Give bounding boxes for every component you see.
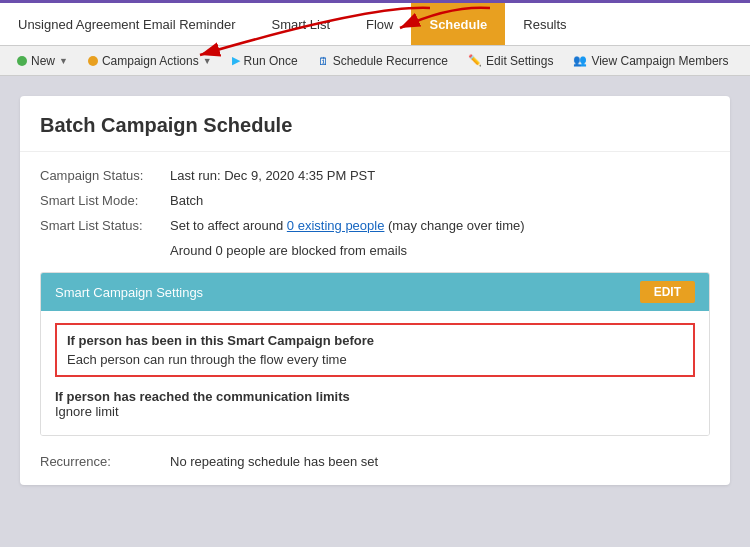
smart-list-status-value: Set to affect around 0 existing people (… [170, 218, 525, 233]
new-button[interactable]: New ▼ [8, 51, 77, 71]
campaign-actions-button[interactable]: Campaign Actions ▼ [79, 51, 221, 71]
setting1-highlight: If person has been in this Smart Campaig… [55, 323, 695, 377]
smart-list-status-post: (may change over time) [384, 218, 524, 233]
setting2: If person has reached the communication … [55, 389, 695, 419]
existing-people-link[interactable]: 0 existing people [287, 218, 385, 233]
view-campaign-members-button[interactable]: 👥 View Campaign Members [564, 51, 737, 71]
content-card: Batch Campaign Schedule Campaign Status:… [20, 96, 730, 485]
edit-settings-button[interactable]: ✏️ Edit Settings [459, 51, 562, 71]
recurrence-value: No repeating schedule has been set [170, 454, 378, 469]
blocked-text: Around 0 people are blocked from emails [170, 243, 710, 258]
edit-button[interactable]: EDIT [640, 281, 695, 303]
run-once-button[interactable]: ▶ Run Once [223, 51, 307, 71]
smart-list-mode-row: Smart List Mode: Batch [40, 193, 710, 208]
card-header: Batch Campaign Schedule [20, 96, 730, 152]
nav-smart-list[interactable]: Smart List [254, 3, 349, 45]
app-title: Unsigned Agreement Email Reminder [0, 3, 254, 45]
setting1-normal: Each person can run through the flow eve… [67, 352, 683, 367]
campaign-status-value: Last run: Dec 9, 2020 4:35 PM PST [170, 168, 375, 183]
card-body: Campaign Status: Last run: Dec 9, 2020 4… [20, 152, 730, 485]
schedule-recurrence-icon: 🗓 [318, 55, 329, 67]
setting2-normal: Ignore limit [55, 404, 695, 419]
smart-list-status-label: Smart List Status: [40, 218, 170, 233]
new-icon [17, 56, 27, 66]
campaign-status-label: Campaign Status: [40, 168, 170, 183]
recurrence-label: Recurrence: [40, 454, 170, 469]
campaign-status-row: Campaign Status: Last run: Dec 9, 2020 4… [40, 168, 710, 183]
settings-body: If person has been in this Smart Campaig… [41, 311, 709, 435]
setting2-bold: If person has reached the communication … [55, 389, 695, 404]
campaign-actions-icon [88, 56, 98, 66]
schedule-recurrence-button[interactable]: 🗓 Schedule Recurrence [309, 51, 457, 71]
smart-list-status-row: Smart List Status: Set to affect around … [40, 218, 710, 233]
campaign-actions-chevron: ▼ [203, 56, 212, 66]
smart-list-status-pre: Set to affect around [170, 218, 287, 233]
new-chevron: ▼ [59, 56, 68, 66]
view-members-icon: 👥 [573, 54, 587, 67]
page-heading: Batch Campaign Schedule [40, 114, 710, 137]
main-content: Batch Campaign Schedule Campaign Status:… [0, 76, 750, 536]
setting1-bold: If person has been in this Smart Campaig… [67, 333, 683, 348]
settings-header: Smart Campaign Settings EDIT [41, 273, 709, 311]
top-navigation: Unsigned Agreement Email Reminder Smart … [0, 0, 750, 46]
smart-list-mode-label: Smart List Mode: [40, 193, 170, 208]
settings-section: Smart Campaign Settings EDIT If person h… [40, 272, 710, 436]
smart-list-mode-value: Batch [170, 193, 203, 208]
nav-schedule[interactable]: Schedule [411, 3, 505, 45]
run-once-icon: ▶ [232, 54, 240, 67]
edit-settings-icon: ✏️ [468, 54, 482, 67]
nav-results[interactable]: Results [505, 3, 584, 45]
nav-flow[interactable]: Flow [348, 3, 411, 45]
recurrence-row: Recurrence: No repeating schedule has be… [40, 454, 710, 469]
settings-title: Smart Campaign Settings [55, 285, 203, 300]
toolbar: New ▼ Campaign Actions ▼ ▶ Run Once 🗓 Sc… [0, 46, 750, 76]
